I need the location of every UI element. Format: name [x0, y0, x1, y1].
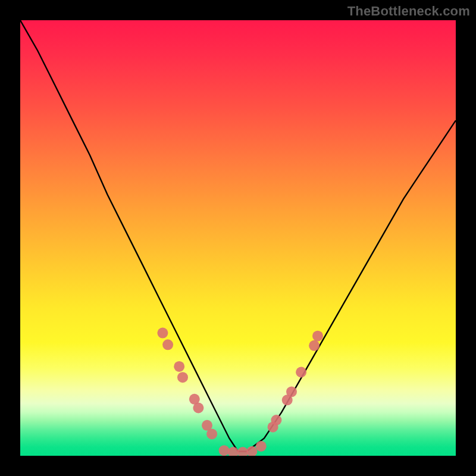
curve-marker — [162, 339, 173, 350]
bottleneck-curve — [20, 20, 456, 452]
curve-marker — [193, 403, 203, 414]
curve-marker — [296, 367, 306, 378]
chart-svg — [20, 20, 456, 456]
curve-marker — [271, 415, 281, 425]
curve-marker — [174, 361, 184, 372]
curve-marker — [312, 331, 323, 342]
curve-marker — [246, 446, 257, 456]
curve-marker — [157, 328, 168, 339]
curve-marker — [219, 445, 230, 456]
plot-area — [20, 20, 456, 456]
watermark-text: TheBottleneck.com — [347, 4, 470, 19]
curve-markers — [157, 328, 323, 456]
chart-frame: TheBottleneck.com — [0, 0, 476, 476]
curve-marker — [237, 447, 248, 456]
curve-marker — [286, 386, 297, 397]
curve-marker — [256, 441, 267, 452]
curve-marker — [206, 428, 217, 439]
curve-marker — [309, 340, 320, 351]
curve-marker — [177, 372, 188, 383]
curve-marker — [228, 447, 239, 456]
